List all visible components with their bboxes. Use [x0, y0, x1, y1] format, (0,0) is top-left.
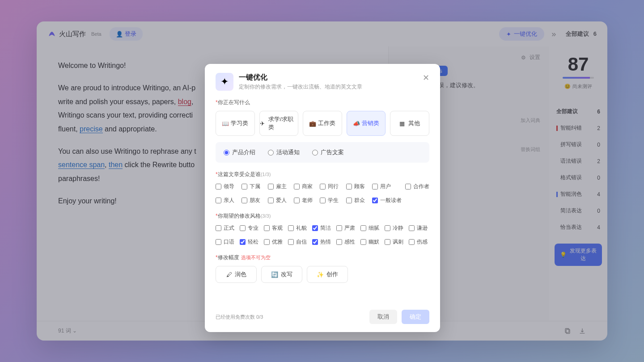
- style-checkbox[interactable]: 客观: [264, 224, 284, 232]
- subtype-radio[interactable]: 广告文案: [312, 148, 344, 156]
- style-checkbox[interactable]: 口语: [216, 238, 236, 246]
- intensity-option[interactable]: ✨创作: [307, 266, 348, 283]
- style-checkbox[interactable]: 轻松: [240, 238, 260, 246]
- audience-checkbox[interactable]: 用户: [372, 183, 402, 190]
- subtype-radio[interactable]: 产品介绍: [224, 148, 255, 156]
- audience-checkbox[interactable]: 群众: [346, 197, 369, 204]
- style-checkbox[interactable]: 热情: [312, 238, 333, 246]
- style-checkbox[interactable]: 冷静: [385, 224, 405, 232]
- audience-checkbox[interactable]: 一般读者: [372, 197, 402, 204]
- style-checkbox[interactable]: 严肃: [336, 224, 357, 232]
- confirm-button[interactable]: 确定: [402, 310, 429, 324]
- audience-checkbox[interactable]: 爱人: [268, 197, 290, 204]
- style-checkbox[interactable]: 优雅: [264, 238, 284, 246]
- close-button[interactable]: ✕: [423, 73, 429, 83]
- audience-checkbox[interactable]: 商家: [294, 183, 316, 190]
- q1-label: *你正在写什么: [216, 99, 429, 106]
- style-checkbox[interactable]: 礼貌: [288, 224, 309, 232]
- doc-type-tab[interactable]: 📖学习类: [216, 111, 255, 136]
- doc-type-tab[interactable]: ✈求学/求职类: [259, 111, 299, 136]
- tab-icon: 📣: [353, 120, 359, 126]
- style-checkbox[interactable]: 讽刺: [385, 238, 405, 246]
- action-icon: ✨: [317, 271, 324, 278]
- action-icon: 🖊: [226, 271, 232, 278]
- audience-checkbox[interactable]: 合作者: [405, 183, 429, 190]
- doc-type-tab[interactable]: ▦其他: [390, 111, 429, 136]
- subtype-radio[interactable]: 活动通知: [268, 148, 300, 156]
- style-checkbox[interactable]: 谦逊: [409, 224, 429, 232]
- style-checkbox[interactable]: 感性: [336, 238, 357, 246]
- tab-icon: 📖: [222, 120, 228, 126]
- audience-checkbox[interactable]: 学生: [320, 197, 342, 204]
- action-icon: 🔄: [271, 271, 278, 278]
- audience-checkbox[interactable]: 老师: [294, 197, 316, 204]
- audience-checkbox[interactable]: 雇主: [268, 183, 290, 190]
- audience-checkbox[interactable]: 顾客: [346, 183, 369, 190]
- intensity-option[interactable]: 🖊润色: [216, 266, 257, 283]
- sparkle-icon: ✦: [216, 73, 233, 91]
- tab-icon: 💼: [309, 120, 315, 126]
- audience-checkbox[interactable]: 亲人: [216, 197, 238, 204]
- cancel-button[interactable]: 取消: [369, 310, 397, 324]
- modal-title: 一键优化: [239, 73, 362, 82]
- doc-type-tab[interactable]: 💼工作类: [303, 111, 342, 136]
- tab-icon: ▦: [399, 120, 406, 126]
- style-checkbox[interactable]: 专业: [240, 224, 260, 232]
- audience-checkbox[interactable]: 朋友: [242, 197, 264, 204]
- optimize-modal: ✦ 一键优化 定制你的修改需求，一键改出流畅、地道的英文文章 ✕ *你正在写什么…: [205, 64, 440, 332]
- style-checkbox[interactable]: 细腻: [360, 224, 381, 232]
- doc-type-tab[interactable]: 📣营销类: [347, 111, 386, 136]
- style-checkbox[interactable]: 正式: [216, 224, 236, 232]
- usage-text: 已经使用免费次数 0/3: [216, 314, 263, 320]
- tab-icon: ✈: [260, 120, 266, 126]
- intensity-option[interactable]: 🔄改写: [261, 266, 302, 283]
- style-checkbox[interactable]: 幽默: [360, 238, 381, 246]
- style-checkbox[interactable]: 伤感: [409, 238, 429, 246]
- audience-checkbox[interactable]: 同行: [320, 183, 342, 190]
- audience-checkbox[interactable]: 领导: [216, 183, 238, 190]
- audience-checkbox[interactable]: 下属: [242, 183, 264, 190]
- q3-label: *你期望的修改风格(3/3): [216, 212, 429, 220]
- q2-label: *这篇文章受众是谁(1/3): [216, 171, 429, 178]
- q4-label: *修改幅度选项不可为空: [216, 254, 429, 261]
- style-checkbox[interactable]: 简洁: [312, 224, 333, 232]
- modal-subtitle: 定制你的修改需求，一键改出流畅、地道的英文文章: [239, 83, 362, 91]
- style-checkbox[interactable]: 自信: [288, 238, 309, 246]
